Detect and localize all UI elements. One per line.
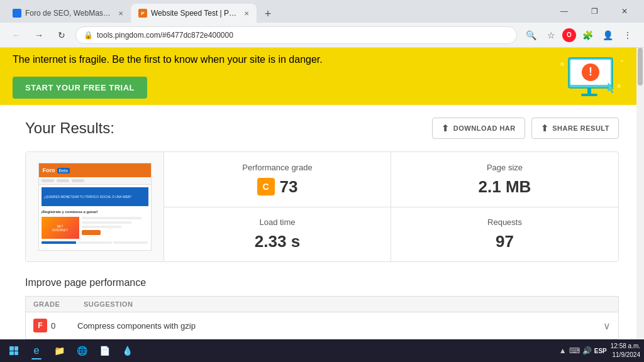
back-button[interactable]: ← (8, 26, 25, 44)
preview-register-text: ¡Regístrate y comienza a ganar! (42, 209, 148, 215)
grade-badge: C (257, 178, 275, 195)
lock-icon: 🔒 (84, 31, 93, 40)
chrome-icon: 🌐 (77, 346, 87, 356)
results-grid: Foro Beta ¿QUIERES MONETIZAR TU TRÁFICO … (25, 151, 619, 262)
tab-label-pingdom: Website Speed Test | Pingdom... (151, 9, 238, 18)
search-toolbar-icon[interactable]: 🔍 (522, 26, 540, 44)
expand-icon[interactable]: ∨ (603, 320, 611, 332)
preview-body: ¿QUIERES MONETIZAR TU TRÁFICO SOCIAL O U… (39, 185, 151, 246)
tab-seo[interactable]: Foro de SEO, WebMasters en E... ✕ (5, 4, 131, 23)
browser-frame: Foro de SEO, WebMasters en E... ✕ P Webs… (0, 0, 644, 362)
download-har-button[interactable]: ⬆ DOWNLOAD HAR (432, 118, 525, 139)
opera-icon[interactable]: O (562, 28, 576, 42)
performance-grade-label: Performance grade (242, 163, 312, 172)
close-button[interactable]: ✕ (610, 0, 639, 23)
page-scrollbar[interactable] (636, 48, 644, 339)
promo-banner: The internet is fragile. Be the first to… (0, 48, 644, 105)
tab-close-seo[interactable]: ✕ (118, 10, 123, 17)
preview-nav-dot3 (72, 179, 84, 182)
minimize-button[interactable]: — (550, 0, 579, 23)
tab-bar: Foro de SEO, WebMasters en E... ✕ P Webs… (5, 0, 545, 23)
share-result-button[interactable]: ⬆ SHARE RESULT (531, 118, 619, 139)
taskbar: e 📁 🌐 📄 💧 ▲ ⌨ 🔊 ESP 12:58 a.m. 11/9/2024 (0, 339, 644, 362)
preview-banner-text: ¿QUIERES MONETIZAR TU TRÁFICO SOCIAL O U… (44, 195, 132, 199)
preview-nav (39, 177, 151, 185)
folder-icon: 📁 (54, 346, 65, 356)
toolbar-icons: 🔍 ☆ O 🧩 👤 ⋮ (522, 26, 636, 44)
svg-point-8 (621, 60, 623, 62)
preview-beta-badge: Beta (57, 168, 70, 173)
tab-favicon-seo (13, 9, 21, 18)
taskbar-word-icon[interactable]: 📄 (94, 341, 114, 361)
grade-f-badge: F (33, 319, 47, 332)
extensions-icon[interactable]: 🧩 (579, 26, 596, 44)
taskbar-tray: ▲ ⌨ 🔊 ESP 12:58 a.m. 11/9/2024 (559, 342, 640, 359)
maximize-button[interactable]: ❐ (580, 0, 609, 23)
preview-img-block: NETINTERNET (42, 217, 79, 239)
windows-logo-icon (9, 346, 18, 355)
bookmark-icon[interactable]: ☆ (542, 26, 560, 44)
address-bar: ← → ↻ 🔒 tools.pingdom.com/#6477dc872e400… (0, 23, 644, 48)
menu-icon[interactable]: ⋮ (619, 26, 636, 44)
page-size-cell: Page size 2.1 MB (391, 152, 618, 207)
language-badge: ESP (594, 348, 607, 354)
grade-column-header: GRADE (33, 300, 84, 308)
download-icon: ⬆ (441, 123, 450, 133)
performance-grade-cell: Performance grade C 73 (164, 152, 391, 207)
window-controls: — ❐ ✕ (550, 0, 639, 23)
table-row[interactable]: F 0 Compress components with gzip ∨ (25, 312, 619, 339)
tab-pingdom[interactable]: P Website Speed Test | Pingdom... ✕ (131, 4, 257, 23)
improve-section: Improve page performance GRADE SUGGESTIO… (0, 277, 644, 339)
tab-close-pingdom[interactable]: ✕ (244, 10, 249, 17)
load-time-label: Load time (259, 217, 295, 227)
taskbar-folder-icon[interactable]: 📁 (49, 341, 69, 361)
tab-label-seo: Foro de SEO, WebMasters en E... (25, 9, 112, 18)
grade-number: 73 (280, 177, 298, 197)
requests-value: 97 (496, 232, 514, 251)
new-tab-button[interactable]: + (259, 5, 277, 23)
screenshot-preview: Foro Beta ¿QUIERES MONETIZAR TU TRÁFICO … (38, 163, 152, 251)
preview-text-block (82, 217, 148, 239)
performance-grade-value: C 73 (257, 177, 298, 197)
title-bar: Foro de SEO, WebMasters en E... ✕ P Webs… (0, 0, 644, 23)
preview-text-line3 (82, 226, 122, 228)
url-bar[interactable]: 🔒 tools.pingdom.com/#6477dc872e400000 (75, 26, 517, 44)
preview-nav-dot2 (57, 179, 69, 182)
taskbar-chrome-icon[interactable]: 🌐 (72, 341, 92, 361)
taskbar-droplet-icon[interactable]: 💧 (117, 341, 137, 361)
preview-blue-banner: ¿QUIERES MONETIZAR TU TRÁFICO SOCIAL O U… (42, 187, 148, 206)
table-header: GRADE SUGGESTION (25, 296, 619, 312)
banner-bold-text: The internet is fragile. (13, 54, 109, 65)
reload-button[interactable]: ↻ (53, 26, 70, 44)
requests-cell: Requests 97 (391, 207, 618, 261)
preview-logo: Foro (43, 167, 55, 173)
scrollbar-thumb[interactable] (638, 48, 643, 85)
word-icon: 📄 (99, 346, 110, 356)
grade-score: 0 (51, 321, 70, 331)
profile-icon[interactable]: 👤 (599, 26, 616, 44)
page-size-value: 2.1 MB (479, 177, 531, 197)
banner-text-area: The internet is fragile. Be the first to… (13, 54, 556, 99)
preview-text-line1 (82, 217, 142, 219)
forward-button[interactable]: → (30, 26, 48, 44)
share-icon: ⬆ (541, 123, 549, 133)
svg-point-9 (617, 84, 621, 88)
banner-normal-text: Be the first to know when your site is i… (112, 54, 322, 65)
taskbar-start-button[interactable] (4, 341, 24, 361)
results-actions: ⬆ DOWNLOAD HAR ⬆ SHARE RESULT (432, 118, 619, 139)
preview-text-line2 (82, 221, 132, 224)
start-trial-button[interactable]: START YOUR FREE TRIAL (13, 77, 147, 99)
load-time-value: 2.33 s (255, 232, 300, 251)
tray-up-icon: ▲ (559, 346, 567, 355)
monitor-svg: ! (559, 55, 628, 99)
preview-cta-btn (82, 230, 101, 235)
preview-footer-dots (42, 241, 148, 244)
svg-rect-3 (581, 94, 597, 96)
tray-volume-icon: 🔊 (582, 346, 592, 355)
svg-rect-2 (587, 88, 591, 94)
improve-title: Improve page performance (25, 277, 619, 288)
taskbar-edge-icon[interactable]: e (26, 341, 47, 361)
svg-point-7 (560, 62, 564, 66)
tray-icons: ▲ ⌨ 🔊 ESP (559, 346, 607, 355)
preview-header-bar: Foro Beta (39, 163, 151, 177)
